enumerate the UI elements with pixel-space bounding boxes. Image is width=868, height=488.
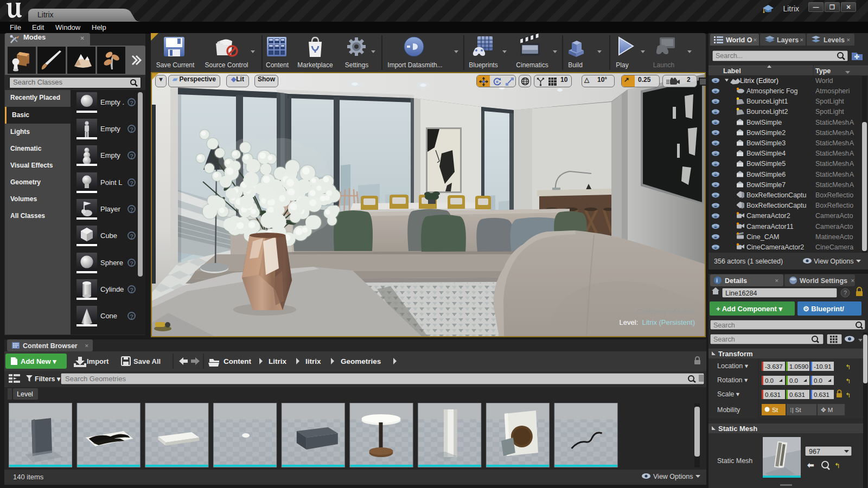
svg-text:+ Add Component ▾: + Add Component ▾ — [716, 305, 782, 313]
svg-text:StaticMesh A: StaticMesh A — [815, 119, 854, 126]
svg-text:Mobility: Mobility — [717, 406, 741, 414]
svg-text:↰: ↰ — [845, 377, 851, 385]
svg-text:Content Browser: Content Browser — [23, 342, 78, 350]
svg-text:BoxReflectionCaptu: BoxReflectionCaptu — [746, 191, 807, 199]
svg-text:BowlSimple6: BowlSimple6 — [746, 171, 786, 178]
svg-text:World: World — [815, 77, 833, 85]
svg-text:BounceLight1: BounceLight1 — [746, 98, 788, 105]
svg-text:✕: ✕ — [851, 278, 855, 284]
svg-text:Litrix (Editor): Litrix (Editor) — [740, 77, 778, 85]
svg-text:St: St — [772, 407, 778, 413]
svg-text:Details: Details — [725, 277, 747, 285]
svg-text:CameraActor2: CameraActor2 — [746, 212, 790, 220]
svg-text:Atmospheri: Atmospheri — [815, 87, 850, 95]
svg-text:Location ▾: Location ▾ — [717, 362, 749, 370]
svg-text:CineCamera: CineCamera — [815, 243, 853, 251]
svg-text:↰: ↰ — [845, 363, 851, 371]
svg-text:Rotation ▾: Rotation ▾ — [717, 376, 748, 384]
svg-text:litrix: litrix — [305, 357, 321, 365]
svg-text:0.0: 0.0 — [789, 377, 798, 384]
svg-text:?: ? — [844, 290, 847, 296]
svg-text:Atmospheric Fog: Atmospheric Fog — [746, 87, 798, 95]
svg-text:0.631: 0.631 — [814, 391, 829, 398]
svg-text:⬅: ⬅ — [807, 460, 814, 470]
svg-text:SpotLight: SpotLight — [815, 98, 844, 105]
svg-text:Import: Import — [87, 357, 109, 365]
svg-text:0.631: 0.631 — [789, 391, 805, 398]
svg-text:Label: Label — [723, 67, 741, 75]
svg-text:Add New ▾: Add New ▾ — [21, 357, 56, 365]
svg-text:Search: Search — [713, 336, 735, 343]
svg-text:Save All: Save All — [133, 357, 161, 365]
svg-text:StaticMesh A: StaticMesh A — [815, 129, 854, 137]
svg-text:1.0590: 1.0590 — [789, 363, 808, 370]
svg-text:SpotLight: SpotLight — [815, 108, 844, 115]
svg-text:Litrix: Litrix — [269, 357, 286, 365]
svg-text:0.631: 0.631 — [765, 391, 781, 398]
svg-text:StaticMesh A: StaticMesh A — [815, 171, 854, 178]
svg-text:0.0: 0.0 — [814, 377, 822, 384]
svg-text:BowlSimple7: BowlSimple7 — [746, 181, 786, 189]
svg-text:Search...: Search... — [716, 52, 743, 60]
svg-text:Type: Type — [815, 67, 831, 75]
svg-text:CineCameraActor2: CineCameraActor2 — [746, 243, 804, 251]
svg-text:-10.91: -10.91 — [814, 363, 832, 370]
svg-text:Cine_CAM: Cine_CAM — [746, 233, 779, 241]
svg-text:BowlSimple2: BowlSimple2 — [746, 129, 786, 137]
svg-text:World O: World O — [726, 36, 752, 44]
svg-text:✕: ✕ — [846, 37, 851, 43]
svg-text:BowlSimple4: BowlSimple4 — [746, 150, 786, 157]
svg-text:BowlSimple3: BowlSimple3 — [746, 139, 786, 147]
svg-text:BoxReflectionCaptu: BoxReflectionCaptu — [746, 202, 807, 209]
svg-text:BounceLight2: BounceLight2 — [746, 108, 788, 115]
svg-text:StaticMesh A: StaticMesh A — [815, 160, 854, 168]
svg-text:✕: ✕ — [85, 343, 89, 349]
svg-text:967: 967 — [809, 448, 820, 455]
svg-text:Static Mesh: Static Mesh — [718, 425, 757, 433]
svg-text:Layers: Layers — [777, 36, 799, 44]
svg-text:✥ M: ✥ M — [821, 407, 833, 413]
svg-text:Content: Content — [224, 357, 251, 365]
svg-text:140 items: 140 items — [13, 473, 44, 481]
svg-text:BoxReflectio: BoxReflectio — [815, 202, 853, 209]
svg-text:0.0: 0.0 — [765, 377, 774, 384]
svg-text:StaticMesh A: StaticMesh A — [815, 181, 854, 189]
svg-text:World Settings: World Settings — [800, 277, 847, 285]
svg-text:356 actors (1 selected): 356 actors (1 selected) — [714, 258, 783, 265]
svg-text:Level: Level — [17, 390, 33, 398]
svg-text:⚙ Blueprint/: ⚙ Blueprint/ — [803, 305, 844, 313]
svg-text:Filters ▾: Filters ▾ — [35, 375, 61, 383]
svg-text:View Options: View Options — [653, 473, 693, 480]
svg-text:Line16284: Line16284 — [725, 290, 757, 297]
svg-text:↰: ↰ — [845, 391, 851, 399]
svg-text:BowlSimple5: BowlSimple5 — [746, 160, 786, 168]
svg-text:✕: ✕ — [775, 278, 779, 284]
svg-text:i: i — [716, 277, 718, 284]
svg-text:Search Geometries: Search Geometries — [65, 375, 126, 383]
svg-text:CameraActor11: CameraActor11 — [746, 223, 794, 230]
svg-text:BoxReflectio: BoxReflectio — [815, 191, 853, 199]
svg-text:CameraActo: CameraActo — [815, 223, 853, 230]
svg-text:Static Mesh: Static Mesh — [717, 457, 752, 465]
svg-text:↰: ↰ — [834, 461, 840, 470]
svg-text:MatineeActo: MatineeActo — [815, 233, 853, 241]
svg-text:Search: Search — [713, 322, 735, 329]
svg-text:Transform: Transform — [718, 350, 753, 358]
svg-text:Levels: Levels — [824, 36, 845, 44]
svg-text:View Options: View Options — [814, 258, 853, 265]
svg-text:✕: ✕ — [800, 37, 804, 43]
svg-text:✕: ✕ — [753, 37, 757, 43]
svg-text:Scale ▾: Scale ▾ — [717, 390, 740, 398]
svg-text:CameraActo: CameraActo — [815, 212, 853, 220]
svg-text:StaticMesh A: StaticMesh A — [815, 139, 854, 147]
svg-text:⁝| St: ⁝| St — [790, 407, 802, 413]
svg-text:StaticMesh A: StaticMesh A — [815, 150, 854, 157]
svg-text:BowlSimple: BowlSimple — [746, 119, 782, 126]
svg-text:Geometries: Geometries — [341, 357, 381, 365]
svg-text:-3.637: -3.637 — [765, 363, 783, 370]
